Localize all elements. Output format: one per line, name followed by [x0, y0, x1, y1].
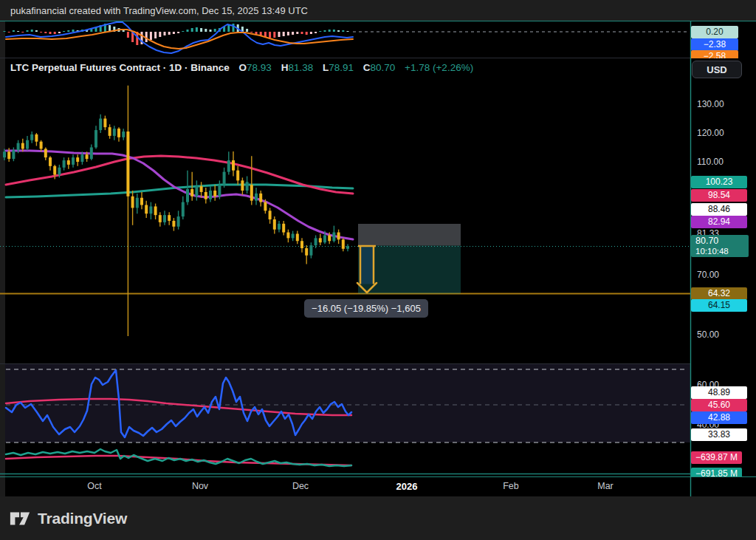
price-axis-label: 88.46	[691, 203, 747, 216]
ohlc-open-value: 78.93	[247, 62, 272, 73]
chart-canvas[interactable]	[0, 0, 756, 540]
symbol-header[interactable]: LTC Perpetual Futures Contract · 1D · Bi…	[10, 62, 473, 73]
time-axis-label: 2026	[396, 481, 418, 492]
price-axis-label: 64.32	[691, 287, 747, 300]
attribution-text: pukafinancial created with TradingView.c…	[10, 5, 308, 16]
price-axis-label: 45.60	[691, 399, 747, 411]
main-axis[interactable]: 130.00120.00110.0070.0050.0081.33100.239…	[690, 58, 756, 364]
price-axis-label: 48.89	[691, 386, 747, 399]
price-axis-label: −691.85 M	[691, 468, 742, 477]
price-axis-label: 82.94	[691, 216, 747, 228]
ohlc-high-value: 81.38	[288, 62, 313, 73]
currency-usd-button[interactable]: USD	[692, 61, 742, 78]
ohlc-open-key: O	[239, 62, 247, 73]
left-edge-strip	[0, 21, 5, 496]
price-axis-label: 33.83	[691, 428, 747, 441]
time-axis-label: Nov	[192, 481, 208, 491]
time-axis-label: Feb	[503, 481, 519, 491]
price-axis-label: 64.15	[691, 299, 747, 312]
attribution-bar: pukafinancial created with TradingView.c…	[0, 0, 756, 21]
price-axis-tick: 50.00	[697, 329, 719, 341]
price-axis-tick: 110.00	[697, 156, 724, 168]
change-value: +1.78 (+2.26%)	[405, 62, 473, 73]
logo-bar: TradingView	[0, 496, 756, 540]
measure-box-upper	[358, 224, 461, 246]
current-price-label: 80.7010:10:48	[691, 235, 749, 257]
price-axis-label: −2.58	[691, 50, 738, 59]
tradingview-logo-icon	[9, 508, 31, 529]
ohlc-high-key: H	[281, 62, 289, 73]
ohlc-low-value: 78.91	[329, 62, 354, 73]
symbol-title: LTC Perpetual Futures Contract · 1D · Bi…	[10, 62, 230, 73]
price-axis-label: 98.54	[691, 189, 747, 202]
price-axis-tick: 70.00	[697, 269, 719, 281]
ma-teal-line	[6, 185, 353, 197]
lower-axis[interactable]: 60.0040.0048.8945.6042.8833.83−639.87 M−…	[690, 364, 756, 476]
measure-arrow-fill	[361, 246, 373, 284]
price-axis-tick: 130.00	[697, 98, 724, 110]
macd-axis[interactable]: 0.20−2.38−2.58	[690, 21, 756, 58]
time-axis[interactable]: OctNovDec2026FebMar	[0, 476, 690, 496]
time-axis-label: Oct	[87, 481, 101, 491]
bar-countdown: 10:10:48	[695, 247, 744, 256]
candles	[3, 86, 349, 336]
price-axis-label: 100.23	[691, 176, 747, 188]
time-axis-label: Mar	[597, 481, 614, 491]
tradingview-logo-text: TradingView	[38, 510, 127, 527]
ohlc-close-key: C	[363, 62, 371, 73]
price-scale[interactable]: 0.20−2.38−2.58130.00120.00110.0070.0050.…	[690, 21, 756, 476]
ohlc-close-value: 80.70	[371, 62, 396, 73]
ohlc-low-key: L	[323, 62, 329, 73]
price-axis-tick: 120.00	[697, 127, 724, 139]
tradingview-logo[interactable]: TradingView	[9, 508, 127, 529]
price-axis-label: 0.20	[691, 26, 738, 38]
price-axis-label: −2.38	[691, 38, 738, 51]
tradingview-chart-window: pukafinancial created with TradingView.c…	[0, 0, 756, 540]
measure-tooltip: −16.05 (−19.85%) −1,605	[304, 299, 428, 318]
time-axis-label: Dec	[292, 481, 309, 491]
rsi-pane-background	[0, 364, 690, 442]
price-axis-label: 42.88	[691, 411, 747, 424]
price-axis-label: −639.87 M	[691, 451, 742, 464]
current-price-value: 80.70	[695, 236, 744, 247]
